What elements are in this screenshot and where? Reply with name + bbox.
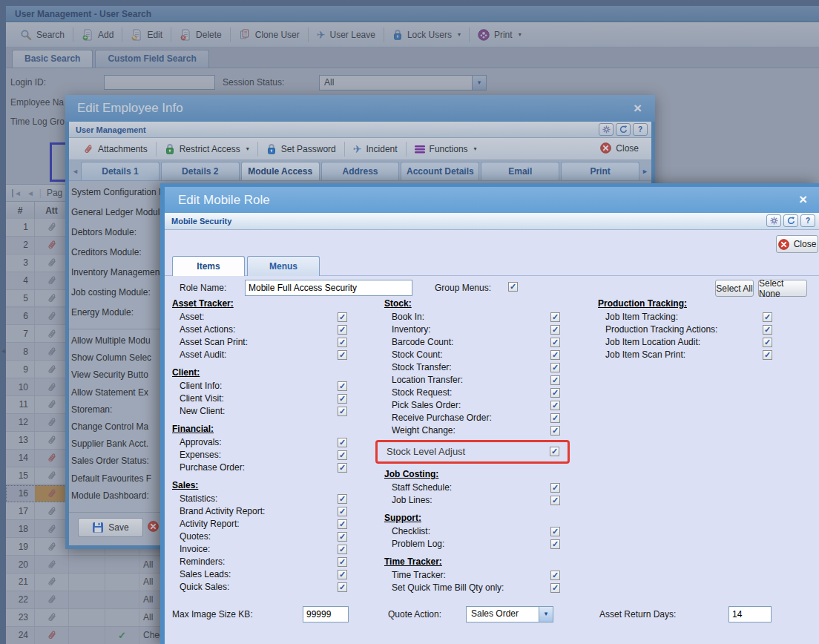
section-header: Support: bbox=[384, 513, 579, 526]
highlight-label: Stock Level Adjust bbox=[378, 446, 465, 457]
checkbox[interactable]: ✓ bbox=[763, 338, 772, 347]
select-none-button[interactable]: Select None bbox=[758, 280, 807, 297]
checkbox[interactable]: ✓ bbox=[550, 583, 560, 593]
checkbox-label: Invoice: bbox=[180, 544, 210, 554]
checkbox[interactable]: ✓ bbox=[550, 483, 560, 493]
checkbox-row: Quick Sales:✓ bbox=[172, 582, 358, 594]
checkbox-label: Job Item Location Audit: bbox=[605, 337, 700, 347]
checkbox[interactable]: ✓ bbox=[338, 545, 347, 554]
checkbox-label: Location Transfer: bbox=[392, 375, 463, 385]
checkbox[interactable]: ✓ bbox=[550, 375, 560, 385]
checkbox[interactable]: ✓ bbox=[338, 438, 347, 447]
checkbox[interactable]: ✓ bbox=[550, 496, 560, 505]
checkbox-row: Client Visit:✓ bbox=[172, 393, 358, 406]
checkbox[interactable]: ✓ bbox=[338, 407, 347, 416]
checkbox-row: Stock Count:✓ bbox=[384, 349, 579, 362]
tab-items[interactable]: Items bbox=[172, 256, 245, 276]
checkbox-label: Sales Leads: bbox=[180, 569, 231, 579]
checkbox[interactable]: ✓ bbox=[550, 388, 560, 398]
checkbox[interactable]: ✓ bbox=[550, 447, 559, 456]
chevron-down-icon[interactable]: ▾ bbox=[539, 607, 553, 622]
screen: User Management - User Search Search+Add… bbox=[0, 0, 819, 644]
checkbox[interactable]: ✓ bbox=[338, 312, 347, 322]
checkbox[interactable]: ✓ bbox=[550, 312, 560, 322]
checkbox[interactable]: ✓ bbox=[550, 413, 560, 423]
checkbox[interactable]: ✓ bbox=[550, 338, 560, 347]
checkbox[interactable]: ✓ bbox=[550, 571, 560, 580]
help-button[interactable]: ? bbox=[800, 214, 815, 227]
section-header: Stock: bbox=[384, 298, 579, 312]
asset-return-days-label: Asset Return Days: bbox=[599, 609, 676, 620]
checkbox-label: Barcode Count: bbox=[392, 337, 453, 347]
checkbox[interactable]: ✓ bbox=[338, 570, 347, 579]
checkbox[interactable]: ✓ bbox=[338, 557, 347, 567]
tab-menus[interactable]: Menus bbox=[247, 256, 320, 276]
checkbox-row: Stock Transfer:✓ bbox=[384, 362, 579, 375]
checkbox-label: Job Lines: bbox=[392, 495, 432, 505]
checkbox-row: Brand Activity Report:✓ bbox=[172, 506, 358, 519]
close-x-icon[interactable]: × bbox=[799, 192, 807, 206]
checkbox[interactable]: ✓ bbox=[550, 325, 560, 335]
checkbox[interactable]: ✓ bbox=[338, 350, 347, 360]
checkbox[interactable]: ✓ bbox=[338, 532, 347, 542]
checkbox-row: Receive Purchase Order:✓ bbox=[384, 413, 579, 425]
max-image-size-input[interactable] bbox=[303, 606, 349, 622]
checkbox[interactable]: ✓ bbox=[338, 494, 347, 504]
checkbox-label: Reminders: bbox=[180, 556, 225, 567]
checkbox-label: Expenses: bbox=[180, 450, 221, 460]
checkbox[interactable]: ✓ bbox=[338, 507, 347, 516]
checkbox-row: Activity Report:✓ bbox=[172, 519, 358, 531]
checkbox-row: Quotes:✓ bbox=[172, 531, 358, 544]
select-all-button[interactable]: Select All bbox=[715, 280, 754, 297]
settings-gear-button[interactable] bbox=[766, 214, 781, 227]
checkbox[interactable]: ✓ bbox=[763, 312, 772, 322]
checkbox-row: Job Item Tracking:✓ bbox=[598, 312, 798, 324]
checkbox-row: Asset Scan Print:✓ bbox=[172, 337, 358, 349]
close-button[interactable]: Close bbox=[776, 235, 818, 253]
checkbox-row: New Client:✓ bbox=[172, 406, 358, 418]
checkbox[interactable]: ✓ bbox=[763, 350, 772, 360]
role-tabstrip: ItemsMenus bbox=[165, 256, 819, 276]
checkbox[interactable]: ✓ bbox=[338, 582, 347, 592]
checkbox-label: Stock Count: bbox=[392, 349, 443, 360]
checkbox-row: Approvals:✓ bbox=[172, 437, 358, 450]
checkbox[interactable]: ✓ bbox=[763, 325, 772, 335]
checkbox[interactable]: ✓ bbox=[338, 519, 347, 529]
group-menus-checkbox[interactable]: ✓ bbox=[508, 282, 518, 292]
checkbox-label: Quick Sales: bbox=[180, 582, 229, 592]
checkbox-row: Production Tracking Actions:✓ bbox=[598, 324, 798, 337]
checkbox-label: Receive Purchase Order: bbox=[392, 413, 492, 423]
panel-header: Mobile Security ? bbox=[165, 213, 819, 230]
checkbox-row: Sales Leads:✓ bbox=[172, 569, 358, 582]
checkbox[interactable]: ✓ bbox=[338, 463, 347, 473]
checkbox-label: Brand Activity Report: bbox=[180, 506, 265, 516]
checkbox[interactable]: ✓ bbox=[338, 381, 347, 391]
checkbox[interactable]: ✓ bbox=[550, 350, 560, 360]
section-header: Client: bbox=[172, 367, 358, 381]
checkbox[interactable]: ✓ bbox=[550, 527, 560, 536]
checkbox-row: Job Item Scan Print:✓ bbox=[598, 349, 798, 362]
checkbox[interactable]: ✓ bbox=[550, 426, 560, 436]
checkbox-row: Stock Request:✓ bbox=[384, 387, 579, 400]
checkbox-label: Checklist: bbox=[392, 526, 430, 536]
role-name-input[interactable] bbox=[245, 280, 412, 296]
checkbox[interactable]: ✓ bbox=[550, 401, 560, 410]
checkbox-label: Staff Schedule: bbox=[392, 482, 452, 493]
checkbox[interactable]: ✓ bbox=[550, 539, 560, 549]
checkbox-label: Activity Report: bbox=[180, 519, 240, 529]
checkbox-row: Statistics:✓ bbox=[172, 493, 358, 506]
checkbox[interactable]: ✓ bbox=[550, 363, 560, 372]
checkbox[interactable]: ✓ bbox=[338, 450, 347, 460]
quote-action-select[interactable]: Sales Order ▾ bbox=[466, 606, 553, 622]
checkbox-label: Asset Scan Print: bbox=[180, 337, 248, 347]
checkbox[interactable]: ✓ bbox=[338, 325, 347, 335]
checkbox[interactable]: ✓ bbox=[338, 394, 347, 404]
asset-return-days-input[interactable] bbox=[728, 606, 772, 622]
checkbox-row: Barcode Count:✓ bbox=[384, 337, 579, 349]
refresh-button[interactable] bbox=[783, 214, 798, 227]
quote-action-label: Quote Action: bbox=[388, 609, 441, 620]
checkbox-label: Asset: bbox=[180, 312, 204, 322]
checkbox-label: Weight Change: bbox=[392, 425, 455, 436]
checkbox-row: Problem Log:✓ bbox=[384, 539, 579, 551]
checkbox[interactable]: ✓ bbox=[338, 338, 347, 347]
